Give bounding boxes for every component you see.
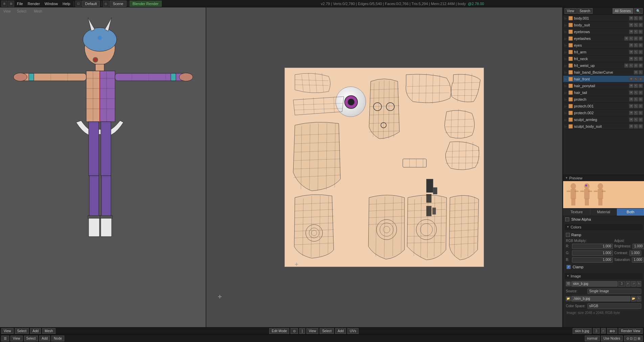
vis-settings-icon[interactable]: ⚙ [639,36,643,41]
vis-render-icon[interactable]: ⊙ [639,111,643,115]
vis-cursor-icon[interactable]: ↖ [634,118,638,122]
status-frame-letter[interactable]: F [601,328,606,334]
image-filename[interactable]: skin_b.jpg [571,281,618,287]
vis-render-icon[interactable]: ⊙ [634,36,638,41]
vis-eye-icon[interactable]: 👁 [624,64,628,68]
r-value[interactable]: 1.000 [572,244,613,249]
uv-canvas-area[interactable]: ✛ [206,7,562,327]
vis-render-icon[interactable]: ⊙ [639,57,643,61]
status-shading-btn[interactable]: ⊙ [291,328,298,334]
status-image-name[interactable]: skin b.jpg [573,328,592,334]
vis-eye-icon[interactable]: 👁 [629,50,633,54]
vis-render-icon[interactable]: ⊙ [639,124,643,128]
vb-select-btn[interactable]: Select [24,336,38,341]
vis-render-icon[interactable]: ⊙ [639,97,643,101]
brightness-value[interactable]: 1.000 [632,244,644,249]
status-uv-view-btn[interactable]: View [306,328,319,334]
outliner-item-bodysuit[interactable]: ▷ ▽ body_suit 👁 ↖ ⊙ [563,22,644,28]
outliner-item-protech001[interactable]: ▷ ▽ protech.001 👁 ↖ ⊙ [563,103,644,109]
tab-texture[interactable]: Texture [563,209,590,216]
tab-both[interactable]: Both [617,209,644,216]
vis-cursor-icon[interactable]: ↖ [634,30,638,34]
vis-eye-icon[interactable]: 👁 [629,124,633,128]
show-alpha-checkbox[interactable] [565,217,569,221]
image-frame-letter[interactable]: F [626,281,630,287]
vis-cursor-icon[interactable]: ↖ [634,16,638,20]
image-reload-btn[interactable]: ↻ [637,281,641,287]
vis-eye-icon[interactable]: 👁 [629,111,633,115]
scene-icon[interactable]: ⊞ [8,1,14,7]
outliner-item-protech002[interactable]: ▷ ▽ protech.002 👁 ↖ ⊙ [563,109,644,116]
vis-cursor-icon[interactable]: ↖ [634,23,638,27]
g-value[interactable]: 1.000 [572,250,613,256]
vis-eye-icon[interactable]: 👁 [629,84,633,88]
image-expand-btn[interactable]: ↗ [631,281,636,287]
menu-render[interactable]: Render [26,1,42,6]
path-reload-btn[interactable]: ↻ [637,296,641,301]
outliner-item-hairtail[interactable]: ▷ ▽ hair_tail 👁 ↖ ⊙ [563,89,644,96]
vis-cursor-icon[interactable]: ↖ [634,57,638,61]
scene-label[interactable]: Scene [110,1,126,7]
vis-eye-icon[interactable]: 👁 [624,36,628,41]
vis-settings-icon[interactable]: ⚙ [639,64,643,68]
rt-all-scenes-btn[interactable]: All Scenes [613,8,633,14]
vis-render-icon[interactable]: ⊙ [639,43,643,47]
outliner-item-sculptbodysuit[interactable]: ▷ ▽ sculpt_body_suit 👁 ↖ ⊙ [563,123,644,130]
outliner-item-protech[interactable]: ▷ ▽ protech 👁 ↖ ⊙ [563,96,644,103]
outliner-item-eyes[interactable]: ▷ ▽ eyes 👁 ↖ ⊙ [563,42,644,49]
outliner-item-hairfront[interactable]: ▷ ▽ hair_front 👁 ↖ ⊙ [563,76,644,82]
vis-render-icon[interactable]: ⊙ [639,118,643,122]
status-add-btn[interactable]: Add [30,328,41,334]
outliner-item-eyelashes[interactable]: ▷ ▽ eyelashes 👁 ↖ ⊙ ⚙ [563,35,644,42]
source-dropdown[interactable]: Single Image [588,289,641,294]
vis-render-icon[interactable]: ⊙ [639,23,643,27]
menu-window[interactable]: Window [43,1,60,6]
status-zoom-icons[interactable]: ⊕⊖ [607,328,617,334]
vb-add-btn[interactable]: Add [39,336,50,341]
3d-viewport[interactable]: View Select Mesh View Select Add Mesh Ed… [0,7,206,335]
vb-icon[interactable]: ☰ [1,336,9,341]
ramp-checkbox[interactable] [566,233,570,237]
rt-search-icon[interactable]: 🔍 [634,8,643,14]
outliner-item-body001[interactable]: ▷ ▽ body.001 👁 ↖ ⊙ [563,15,644,22]
vis-render-icon[interactable]: ⊙ [639,91,643,95]
tab-material[interactable]: Material [590,209,617,216]
vis-cursor-icon[interactable]: ↖ [639,70,643,74]
vis-render-icon[interactable]: ⊙ [639,30,643,34]
status-uv-uvs-btn[interactable]: UVs [347,328,359,334]
vis-eye-icon[interactable]: 👁 [629,118,633,122]
vis-eye-icon[interactable]: 👁 [629,23,633,27]
vis-eye-icon[interactable]: 👁 [629,57,633,61]
vis-cursor-icon[interactable]: ↖ [629,64,633,68]
contrast-value[interactable]: 1.000 [629,250,641,256]
status-uv-add-btn[interactable]: Add [335,328,346,334]
rt-view-btn[interactable]: View [565,8,577,14]
menu-file[interactable]: File [15,1,25,6]
vis-cursor-icon[interactable]: ↖ [634,91,638,95]
vis-render-icon[interactable]: ⊙ [639,16,643,20]
b-value[interactable]: 1.000 [572,257,613,263]
clamp-checkbox[interactable] [567,265,571,269]
vis-render-icon[interactable]: ⊙ [634,64,638,68]
vb-view-btn[interactable]: View [10,336,23,341]
vb-icons[interactable]: ⊙ ⊡ ◫ ⊞ [624,336,643,341]
vis-render-icon[interactable]: ⊙ [639,77,643,81]
outliner-item-fril-arm[interactable]: ▷ ▽ fril_arm 👁 ↖ ⊙ [563,49,644,55]
vis-eye-icon[interactable]: 👁 [629,104,633,108]
vis-cursor-icon[interactable]: ↖ [634,84,638,88]
outliner-item-hairponytail[interactable]: ▷ ▽ hair_ponytail 👁 ↖ ⊙ [563,82,644,89]
vis-render-icon[interactable]: ⊙ [639,50,643,54]
vis-cursor-icon[interactable]: ↖ [634,50,638,54]
blender-logo[interactable]: B [1,1,7,7]
render-engine[interactable]: Blender Render [130,1,162,7]
layout-label[interactable]: Default [82,1,100,7]
status-uv-select-btn[interactable]: Select [320,328,334,334]
vis-eye-icon[interactable]: 👁 [629,91,633,95]
colors-header[interactable]: ▼ Colors [565,224,643,230]
rt-search-btn[interactable]: Search [577,8,593,14]
vis-eye-icon[interactable]: 👁 [629,16,633,20]
menu-help[interactable]: Help [61,1,72,6]
scene-icon2[interactable]: ◎ [103,1,109,7]
outliner-item-fril-weist[interactable]: ▷ ▽ fril_weist_up 👁 ↖ ⊙ ⚙ [563,62,644,69]
outliner-item-sculptarmleg[interactable]: ▷ ▽ sculpt_armleg 👁 ↖ ⊙ [563,116,644,123]
